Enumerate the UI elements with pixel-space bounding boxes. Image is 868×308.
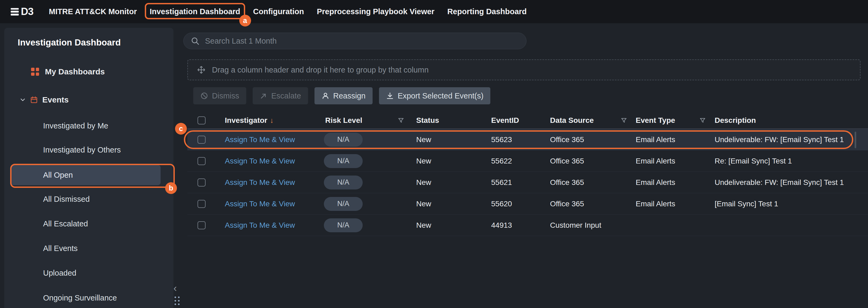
d3-logo: D3 <box>11 6 33 18</box>
reassign-button-label: Reassign <box>333 92 366 100</box>
status-value: New <box>416 178 431 187</box>
risk-level-badge: N/A <box>324 133 363 147</box>
event-type-value: Email Alerts <box>636 199 675 208</box>
sidebar-item-my-dashboards[interactable]: My Dashboards <box>31 65 105 79</box>
event-id-value: 55622 <box>491 157 512 165</box>
column-header-status[interactable]: Status <box>416 116 439 125</box>
sidebar-item-uploaded[interactable]: Uploaded <box>43 266 76 280</box>
escalate-button[interactable]: Escalate <box>253 87 308 104</box>
row-checkbox[interactable] <box>197 200 206 208</box>
vertical-scrollbar-thumb[interactable] <box>855 132 856 148</box>
reassign-person-icon <box>321 92 330 100</box>
event-type-value: Email Alerts <box>636 135 675 144</box>
nav-investigation-dashboard-label: Investigation Dashboard <box>150 7 240 16</box>
export-button-label: Export Selected Event(s) <box>398 92 484 100</box>
table-row[interactable]: Assign To Me & View N/A New 55621 Office… <box>187 172 868 193</box>
sidebar-item-ongoing-surveillance[interactable]: Ongoing Surveillance <box>43 291 117 305</box>
description-value: Undeliverable: FW: [Email Sync] Test 1 <box>715 178 844 187</box>
assign-to-me-link[interactable]: Assign To Me & View <box>225 157 295 165</box>
dismiss-button-label: Dismiss <box>212 92 239 100</box>
description-value: Undeliverable: FW: [Email Sync] Test 1 <box>715 135 844 144</box>
column-header-description[interactable]: Description <box>715 116 756 125</box>
data-source-value: Office 365 <box>550 157 584 165</box>
table-row[interactable]: Assign To Me & View N/A New 55620 Office… <box>187 193 868 215</box>
nav-preprocessing-playbook-viewer[interactable]: Preprocessing Playbook Viewer <box>317 7 435 16</box>
nav-configuration[interactable]: Configuration <box>253 7 304 16</box>
row-checkbox[interactable] <box>197 221 206 229</box>
search-bar <box>183 33 526 49</box>
event-id-value: 55623 <box>491 135 512 144</box>
dismiss-button[interactable]: Dismiss <box>193 87 246 104</box>
actions-toolbar: Dismiss Escalate Reassign Export Selecte… <box>193 87 490 104</box>
risk-level-badge: N/A <box>324 176 363 189</box>
calendar-icon <box>30 96 38 104</box>
description-value: Re: [Email Sync] Test 1 <box>715 157 792 165</box>
column-header-risk-level[interactable]: Risk Level <box>325 116 363 125</box>
nav-investigation-dashboard[interactable]: Investigation Dashboard a <box>150 7 240 16</box>
table-header-row: Investigator ↓ Risk Level Status EventID… <box>187 113 868 129</box>
assign-to-me-link[interactable]: Assign To Me & View <box>225 178 295 187</box>
escalate-icon <box>259 92 268 100</box>
export-selected-events-button[interactable]: Export Selected Event(s) <box>379 87 491 104</box>
all-open-label: All Open <box>43 171 73 180</box>
annotation-badge-a: a <box>239 15 251 27</box>
event-id-value: 55620 <box>491 199 512 208</box>
annotation-ring-b <box>10 164 175 188</box>
table-row[interactable]: Assign To Me & View N/A New 55622 Office… <box>187 150 868 172</box>
column-header-event-type[interactable]: Event Type <box>636 116 675 125</box>
data-source-value: Office 365 <box>550 199 584 208</box>
event-type-filter-icon[interactable] <box>699 113 707 128</box>
risk-level-badge: N/A <box>324 154 363 168</box>
column-header-event-id[interactable]: EventID <box>491 116 519 125</box>
column-header-data-source[interactable]: Data Source <box>550 116 594 125</box>
group-hint-text: Drag a column header and drop it here to… <box>212 66 429 74</box>
sidebar-title: Investigation Dashboard <box>18 37 121 48</box>
events-table: Investigator ↓ Risk Level Status EventID… <box>187 113 868 308</box>
sidebar-item-all-open[interactable]: All Open b <box>11 165 161 185</box>
table-row[interactable]: Assign To Me & View N/A New 55623 Office… <box>187 129 868 150</box>
sidebar-item-all-dismissed[interactable]: All Dismissed <box>43 192 90 206</box>
sidebar-item-all-escalated[interactable]: All Escalated <box>43 217 88 231</box>
sort-desc-icon[interactable]: ↓ <box>270 116 274 125</box>
row-checkbox[interactable] <box>197 136 206 144</box>
escalate-button-label: Escalate <box>271 92 301 100</box>
sidebar-section-events[interactable]: Events <box>20 93 68 107</box>
assign-to-me-link[interactable]: Assign To Me & View <box>225 135 295 144</box>
sidebar-resize-drag-handle[interactable] <box>175 297 180 305</box>
column-group-dropzone[interactable]: Drag a column header and drop it here to… <box>187 59 861 80</box>
data-source-value: Office 365 <box>550 178 584 187</box>
event-type-value: Email Alerts <box>636 178 675 187</box>
row-checkbox[interactable] <box>197 179 206 186</box>
data-source-value: Customer Input <box>550 221 601 229</box>
sidebar-item-investigated-by-me[interactable]: Investigated by Me <box>43 119 108 133</box>
assign-to-me-link[interactable]: Assign To Me & View <box>225 199 295 208</box>
reassign-button[interactable]: Reassign <box>314 87 373 104</box>
risk-level-badge: N/A <box>324 218 363 232</box>
sidebar-item-investigated-by-others[interactable]: Investigated by Others <box>43 143 121 157</box>
data-source-filter-icon[interactable] <box>620 113 628 128</box>
table-row[interactable]: Assign To Me & View N/A New 44913 Custom… <box>187 215 868 236</box>
d3-logo-text: D3 <box>21 6 33 18</box>
sidebar-item-all-events[interactable]: All Events <box>43 241 78 255</box>
column-header-investigator[interactable]: Investigator <box>225 116 268 125</box>
top-navbar: D3 MITRE ATT&CK Monitor Investigation Da… <box>0 0 868 23</box>
my-dashboards-label: My Dashboards <box>45 67 105 76</box>
status-value: New <box>416 157 431 165</box>
export-download-icon <box>386 92 394 100</box>
event-type-value: Email Alerts <box>636 157 675 165</box>
data-source-value: Office 365 <box>550 135 584 144</box>
search-icon <box>191 36 200 45</box>
assign-to-me-link[interactable]: Assign To Me & View <box>225 221 295 229</box>
row-checkbox[interactable] <box>197 157 206 165</box>
nav-reporting-dashboard[interactable]: Reporting Dashboard <box>447 7 526 16</box>
select-all-checkbox[interactable] <box>197 116 206 124</box>
nav-mitre-attack-monitor[interactable]: MITRE ATT&CK Monitor <box>49 7 137 16</box>
risk-level-filter-icon[interactable] <box>398 113 405 128</box>
event-id-value: 44913 <box>491 221 512 229</box>
search-input[interactable] <box>205 36 519 46</box>
description-value: [Email Sync] Test 1 <box>715 199 778 208</box>
status-value: New <box>416 221 431 229</box>
dismiss-icon <box>200 92 208 100</box>
d3-logo-bars-icon <box>11 8 19 16</box>
sidebar-collapse-chevron-icon[interactable]: ‹ <box>174 283 177 293</box>
